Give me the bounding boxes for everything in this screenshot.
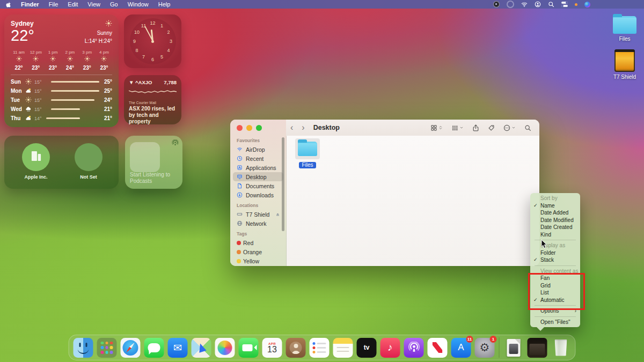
spotlight-icon[interactable]: [548, 1, 554, 8]
dock-app-music[interactable]: ♪: [380, 338, 400, 358]
dock: ✉APR13tv♪A11⚙1: [69, 335, 576, 360]
menu-section-header: Display as: [530, 242, 580, 249]
podcasts-icon: [172, 139, 179, 149]
dock-app-trash[interactable]: [551, 338, 571, 358]
sidebar-item-downloads[interactable]: Downloads: [233, 190, 283, 200]
user-icon[interactable]: [535, 1, 541, 8]
sidebar-item-applications[interactable]: Applications: [233, 163, 283, 172]
finder-content-area[interactable]: Files: [287, 136, 539, 266]
menu-item-kind[interactable]: Kind: [530, 231, 580, 239]
dock-app-launchpad[interactable]: [97, 338, 117, 358]
sidebar-section-title: Tags: [230, 228, 286, 238]
dock-app-appstore[interactable]: A11: [451, 338, 471, 358]
weather-hour: 4 pm23°: [96, 50, 112, 71]
check-icon: ✓: [533, 256, 538, 264]
dock-app-contacts[interactable]: [286, 338, 306, 358]
sidebar-item-orange[interactable]: Orange: [233, 247, 283, 256]
wifi-icon[interactable]: [521, 1, 528, 8]
dock-app-tv[interactable]: tv: [357, 338, 377, 358]
sidebar-section-title: Favourites: [230, 135, 286, 145]
menu-help[interactable]: Help: [153, 1, 175, 8]
check-icon: ✓: [533, 202, 538, 210]
sidebar-item-red[interactable]: Red: [233, 238, 283, 247]
share-button[interactable]: [472, 124, 479, 131]
menu-item-stack[interactable]: ✓Stack: [530, 256, 580, 264]
sidebar-item-recent[interactable]: Recent: [233, 154, 283, 163]
finder-toolbar: ‹ › Desktop: [286, 120, 539, 136]
notification-dot-icon[interactable]: [575, 3, 577, 6]
folder-icon: [613, 16, 636, 34]
menu-item-open-files[interactable]: Open "Files": [530, 319, 580, 326]
desktop-icon-files[interactable]: Files: [604, 16, 644, 42]
contact-apple-inc[interactable]: Apple Inc.: [12, 143, 60, 180]
dock-app-calendar[interactable]: APR13: [262, 338, 282, 358]
dock-app-podcasts[interactable]: [404, 338, 424, 358]
dock-app-news[interactable]: [428, 338, 448, 358]
back-button[interactable]: ‹: [286, 123, 297, 132]
desktop-icon-t7-shield[interactable]: T7 Shield: [604, 49, 644, 80]
dock-app-reminders[interactable]: [310, 338, 330, 358]
group-control[interactable]: [451, 123, 464, 132]
news-headline: ASX 200 rises, led by tech and property: [129, 106, 177, 124]
dock-app-downloads-stack[interactable]: [504, 338, 524, 358]
sidebar-item-airdrop[interactable]: AirDrop: [233, 145, 283, 154]
record-icon[interactable]: [493, 1, 500, 8]
contact-label: Apple Inc.: [12, 174, 60, 180]
search-button[interactable]: [524, 124, 531, 131]
dock-app-maps[interactable]: [192, 338, 211, 358]
siri-icon[interactable]: [584, 2, 590, 8]
dock-app-files-stack[interactable]: [528, 338, 547, 358]
creative-cloud-icon[interactable]: [507, 1, 514, 8]
podcasts-widget[interactable]: Start Listening to Podcasts: [125, 136, 182, 189]
dock-app-facetime[interactable]: [239, 338, 259, 358]
close-button[interactable]: [237, 125, 243, 131]
file-item-files[interactable]: Files: [294, 138, 321, 169]
dock-app-settings[interactable]: ⚙1: [475, 338, 495, 358]
dock-separator: [499, 337, 500, 358]
menu-item-folder[interactable]: Folder: [530, 249, 580, 257]
eject-icon[interactable]: [275, 211, 280, 218]
forward-button[interactable]: ›: [297, 123, 309, 132]
weather-daily-list: Sun15°25°Mon15°25°Tue15°24°Wed15°21°Thu1…: [11, 77, 112, 123]
dock-app-messages[interactable]: [144, 338, 164, 358]
dock-app-safari[interactable]: [121, 338, 141, 358]
menu-file[interactable]: File: [44, 1, 63, 8]
stocks-widget[interactable]: ▼ ^AXJO 7,788 The Courier Mail ASX 200 r…: [124, 75, 181, 124]
finder-window: FavouritesAirDropRecentApplicationsDeskt…: [230, 120, 539, 266]
dock-app-notes[interactable]: [333, 338, 353, 358]
minimize-button[interactable]: [246, 125, 252, 131]
menu-go[interactable]: Go: [105, 1, 123, 8]
weather-hour: 12 pm23°: [28, 50, 44, 71]
menu-window[interactable]: Window: [123, 1, 153, 8]
more-options-button[interactable]: [503, 123, 516, 132]
view-control[interactable]: [430, 123, 443, 132]
weather-hourly-row: 11 am22°12 pm23°1 pm23°2 pm24°3 pm23°4 p…: [11, 50, 112, 71]
recent-icon: [237, 156, 244, 161]
sidebar-item-desktop[interactable]: Desktop: [233, 172, 283, 181]
zoom-button[interactable]: [256, 125, 262, 131]
sidebar-item-t7-shield[interactable]: T7 Shield: [233, 210, 283, 219]
menu-finder[interactable]: Finder: [16, 1, 44, 8]
sidebar-item-yellow[interactable]: Yellow: [233, 256, 283, 265]
sidebar-section-title: Locations: [230, 200, 286, 210]
dock-app-photos[interactable]: [215, 338, 235, 358]
mouse-cursor: [541, 240, 548, 251]
menu-view[interactable]: View: [83, 1, 105, 8]
menu-item-date-added[interactable]: Date Added: [530, 209, 580, 217]
downloads-icon: [237, 192, 244, 198]
dock-app-finder[interactable]: [74, 338, 93, 358]
dock-app-mail[interactable]: ✉: [168, 338, 188, 358]
sidebar-item-network[interactable]: Network: [233, 219, 283, 228]
clock-widget[interactable]: 121234567891011: [124, 14, 181, 68]
menu-item-name[interactable]: ✓Name: [530, 202, 580, 210]
sidebar-scrollbar[interactable]: [282, 137, 284, 231]
menu-edit[interactable]: Edit: [63, 1, 83, 8]
tags-button[interactable]: [488, 124, 495, 131]
sidebar-item-documents[interactable]: Documents: [233, 181, 283, 190]
contact-not-set[interactable]: Not Set: [64, 143, 113, 180]
menu-item-date-modified[interactable]: Date Modified: [530, 217, 580, 224]
control-center-icon[interactable]: [561, 2, 568, 7]
weather-widget[interactable]: Sydney 22° Sunny L:14° H:24° 11 am22°12 …: [4, 14, 119, 127]
menu-item-date-created[interactable]: Date Created: [530, 224, 580, 231]
contacts-widget[interactable]: Apple Inc. Not Set: [4, 136, 119, 189]
